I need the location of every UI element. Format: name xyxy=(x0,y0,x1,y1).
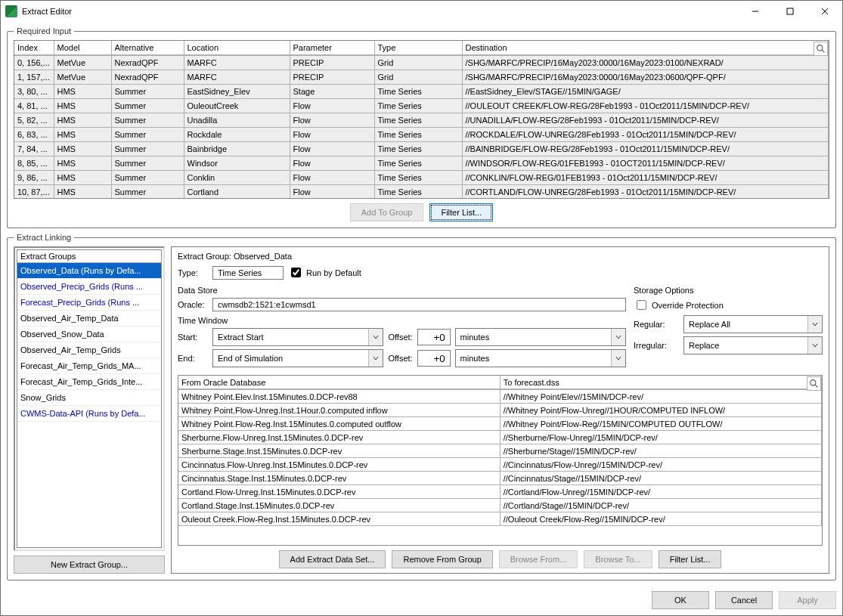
run-by-default-input[interactable] xyxy=(291,268,301,277)
search-icon[interactable] xyxy=(814,42,828,56)
table-row[interactable]: 0, 156,...MetVueNexradQPFMARFCPRECIPGrid… xyxy=(14,56,829,70)
column-header[interactable]: To forecast.dss xyxy=(500,376,821,389)
regular-combo[interactable]: Replace All xyxy=(683,315,823,333)
filter-mapping-button[interactable]: Filter List... xyxy=(659,550,722,568)
oracle-value: cwmsdb2:1521:e1cwmsd1 xyxy=(212,298,626,311)
svg-point-6 xyxy=(810,380,816,385)
extract-groups-header: Extract Groups xyxy=(17,250,161,263)
table-row[interactable]: Cortland.Stage.Inst.15Minutes.0.DCP-rev/… xyxy=(178,499,822,512)
table-row[interactable]: 3, 80, ...HMSSummerEastSidney_ElevStageT… xyxy=(14,85,829,99)
unit-end-combo[interactable]: minutes xyxy=(455,349,626,367)
offset-end-input[interactable] xyxy=(417,350,451,367)
extract-group-item[interactable]: Snow_Grids xyxy=(17,390,161,406)
required-input-table[interactable]: IndexModelAlternativeLocationParameterTy… xyxy=(14,40,829,199)
table-row[interactable]: Whitney Point.Flow-Unreg.Inst.1Hour.0.co… xyxy=(178,404,822,417)
extract-linking-legend: Extract Linking xyxy=(14,233,74,242)
extract-group-item[interactable]: CWMS-Data-API (Runs by Defa... xyxy=(17,406,161,422)
table-row[interactable]: Whitney Point.Elev.Inst.15Minutes.0.DCP-… xyxy=(178,390,822,404)
start-combo[interactable]: Extract Start xyxy=(212,328,383,346)
extract-group-item[interactable]: Forecast_Precip_Grids (Runs ... xyxy=(17,295,161,311)
table-row[interactable]: 5, 82, ...HMSSummerUnadillaFlowTime Seri… xyxy=(14,113,829,128)
extract-group-item[interactable]: Observed_Data (Runs by Defa... xyxy=(17,263,161,279)
chevron-down-icon xyxy=(368,329,383,345)
column-header[interactable]: Alternative xyxy=(111,41,184,55)
chevron-down-icon xyxy=(368,350,383,367)
column-header[interactable]: Location xyxy=(184,41,290,55)
table-row[interactable]: 10, 87,...HMSSummerCortlandFlowTime Seri… xyxy=(14,185,829,199)
unit-start-combo[interactable]: minutes xyxy=(455,328,626,346)
storage-options-label: Storage Options xyxy=(634,286,823,295)
table-row[interactable]: 8, 85, ...HMSSummerWindsorFlowTime Serie… xyxy=(14,156,829,171)
new-extract-group-button[interactable]: New Extract Group... xyxy=(14,556,165,574)
filter-list-button[interactable]: Filter List... xyxy=(429,203,493,221)
time-window-label: Time Window xyxy=(178,316,626,325)
extract-group-item[interactable]: Observed_Air_Temp_Grids xyxy=(17,342,161,358)
mapping-table[interactable]: From Oracle DatabaseTo forecast.dss Whit… xyxy=(178,375,823,546)
svg-line-5 xyxy=(822,50,824,52)
irregular-label: Irregular: xyxy=(634,341,679,350)
table-row[interactable]: 7, 84, ...HMSSummerBainbridgeFlowTime Se… xyxy=(14,142,829,156)
run-by-default-checkbox[interactable]: Run by Default xyxy=(288,265,361,280)
maximize-button[interactable] xyxy=(773,1,807,22)
offset-start-label: Offset: xyxy=(388,333,412,342)
table-row[interactable]: Sherburne.Stage.Inst.15Minutes.0.DCP-rev… xyxy=(178,444,822,458)
chevron-down-icon xyxy=(611,350,625,367)
column-header[interactable]: Index xyxy=(14,41,54,55)
table-row[interactable]: 1, 157,...MetVueNexradQPFMARFCPRECIPGrid… xyxy=(14,70,829,85)
extract-groups-list[interactable]: Extract Groups Observed_Data (Runs by De… xyxy=(17,249,162,548)
add-extract-data-set-button[interactable]: Add Extract Data Set... xyxy=(279,550,386,568)
chevron-down-icon xyxy=(611,329,625,345)
cancel-button[interactable]: Cancel xyxy=(715,591,773,609)
extract-group-item[interactable]: Observed_Air_Temp_Data xyxy=(17,311,161,327)
titlebar: Extract Editor xyxy=(1,1,842,22)
dialog-footer: OK Cancel Apply xyxy=(1,587,842,615)
end-label: End: xyxy=(178,354,208,363)
end-combo[interactable]: End of Simulation xyxy=(212,349,383,367)
data-store-label: Data Store xyxy=(178,286,626,295)
browse-from-button[interactable]: Browse From... xyxy=(499,550,578,568)
column-header[interactable]: Parameter xyxy=(290,41,374,55)
override-protection-input[interactable] xyxy=(637,300,646,310)
table-row[interactable]: 6, 83, ...HMSSummerRockdaleFlowTime Seri… xyxy=(14,128,829,142)
svg-rect-1 xyxy=(787,8,793,14)
regular-label: Regular: xyxy=(634,320,679,329)
column-header[interactable]: Destination xyxy=(462,41,829,55)
add-to-group-button[interactable]: Add To Group xyxy=(350,203,424,221)
minimize-button[interactable] xyxy=(738,1,773,22)
extract-editor-window: Extract Editor Required Input IndexModel… xyxy=(0,0,843,616)
close-button[interactable] xyxy=(807,1,842,22)
svg-line-7 xyxy=(815,385,817,387)
table-row[interactable]: 9, 86, ...HMSSummerConklinFlowTime Serie… xyxy=(14,171,829,185)
start-label: Start: xyxy=(178,333,208,342)
type-value: Time Series xyxy=(212,266,284,280)
extract-group-item[interactable]: Observed_Snow_Data xyxy=(17,327,161,342)
column-header[interactable]: Model xyxy=(54,41,111,55)
extract-group-item[interactable]: Forecast_Air_Temp_Grids_MA... xyxy=(17,358,161,374)
window-title: Extract Editor xyxy=(22,7,738,16)
remove-from-group-button[interactable]: Remove From Group xyxy=(392,550,492,568)
offset-start-input[interactable] xyxy=(417,329,451,345)
table-row[interactable]: Cortland.Flow-Unreg.Inst.15Minutes.0.DCP… xyxy=(178,485,822,499)
table-row[interactable]: Sherburne.Flow-Unreg.Inst.15Minutes.0.DC… xyxy=(178,431,822,444)
required-input-legend: Required Input xyxy=(14,26,74,36)
table-row[interactable]: Ouleout Creek.Flow-Reg.Inst.15Minutes.0.… xyxy=(178,512,822,526)
oracle-label: Oracle: xyxy=(178,300,208,309)
ok-button[interactable]: OK xyxy=(652,591,709,609)
override-protection-checkbox[interactable]: Override Protection xyxy=(634,298,823,312)
required-input-group: Required Input IndexModelAlternativeLoca… xyxy=(7,26,836,228)
extract-groups-panel: Extract Groups Observed_Data (Runs by De… xyxy=(14,246,165,574)
table-row[interactable]: Cincinnatus.Flow-Unreg.Inst.15Minutes.0.… xyxy=(178,458,822,472)
offset-end-label: Offset: xyxy=(388,354,412,363)
irregular-combo[interactable]: Replace xyxy=(683,336,823,354)
chevron-down-icon xyxy=(807,337,822,354)
table-row[interactable]: Cincinnatus.Stage.Inst.15Minutes.0.DCP-r… xyxy=(178,472,822,485)
search-icon[interactable] xyxy=(807,376,821,391)
extract-group-item[interactable]: Forecast_Air_Temp_Grids_Inte... xyxy=(17,374,161,390)
column-header[interactable]: Type xyxy=(374,41,462,55)
table-row[interactable]: Whitney Point.Flow-Reg.Inst.15Minutes.0.… xyxy=(178,417,822,431)
extract-group-item[interactable]: Observed_Precip_Grids (Runs ... xyxy=(17,279,161,295)
browse-to-button[interactable]: Browse To... xyxy=(584,550,652,568)
table-row[interactable]: 4, 81, ...HMSSummerOuleoutCreekFlowTime … xyxy=(14,99,829,113)
apply-button[interactable]: Apply xyxy=(779,591,836,609)
column-header[interactable]: From Oracle Database xyxy=(178,376,500,389)
